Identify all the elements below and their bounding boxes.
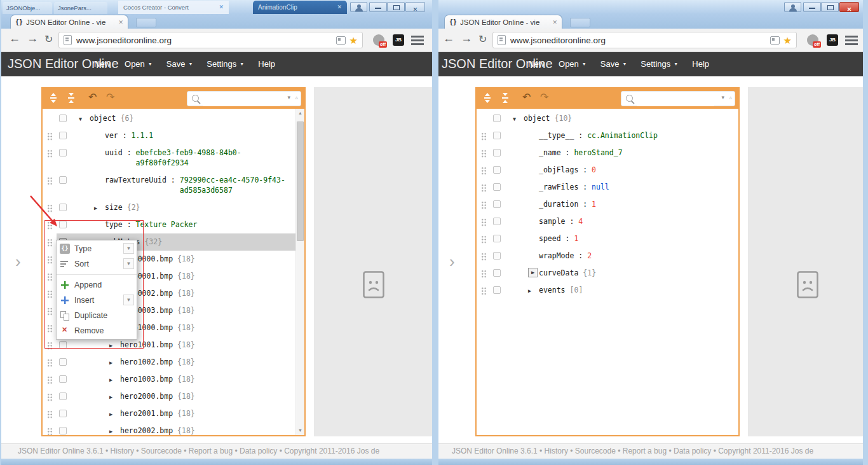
drag-handle-icon[interactable] — [47, 359, 53, 367]
back-button[interactable]: ← — [443, 32, 454, 45]
field-value[interactable]: 1 — [592, 199, 596, 209]
undo-icon[interactable]: ↶ — [88, 91, 100, 102]
field-value[interactable]: 1 — [574, 233, 578, 244]
expand-icon[interactable]: ▶ — [109, 392, 119, 402]
context-menu-item-sort[interactable]: Sort▼ — [57, 256, 137, 272]
submenu-expand-button[interactable]: ▼ — [123, 243, 134, 254]
scrollbar-thumb[interactable] — [297, 121, 304, 241]
bookmark-star-icon[interactable]: ★ — [783, 36, 792, 45]
collapse-icon[interactable]: ▼ — [513, 114, 522, 124]
tree-row-speed[interactable]: speed : 1 — [478, 230, 738, 247]
submenu-expand-button[interactable]: ▼ — [123, 295, 134, 305]
row-action-button[interactable] — [493, 200, 501, 208]
row-action-button[interactable] — [59, 392, 67, 400]
drag-handle-icon[interactable] — [481, 201, 487, 209]
menu-new[interactable]: New — [87, 52, 118, 76]
drag-handle-icon[interactable] — [47, 256, 53, 264]
drag-handle-icon[interactable] — [481, 167, 487, 175]
search-next-icon[interactable]: ▾ — [721, 94, 724, 101]
tab-close-icon[interactable]: ✕ — [118, 19, 123, 25]
profile-button[interactable] — [350, 2, 367, 12]
redo-icon[interactable]: ↷ — [106, 91, 118, 102]
row-action-button[interactable] — [493, 252, 501, 260]
url-text[interactable]: www.jsoneditoronline.org — [76, 36, 333, 45]
search-box[interactable]: ▾ ▵ — [621, 91, 735, 106]
extension-off-icon[interactable]: off — [373, 34, 384, 46]
collapse-icon[interactable]: ▼ — [79, 114, 88, 124]
row-action-button[interactable] — [59, 375, 67, 383]
row-action-button[interactable] — [493, 183, 501, 191]
tree-row-_name[interactable]: _name : heroStand_7 — [478, 144, 738, 162]
field-name[interactable]: _duration — [539, 199, 578, 209]
window-titlebar[interactable]: JSONObje... JsonePars... ✕Cocos Creator … — [0, 0, 434, 14]
expand-icon[interactable]: ▶ — [109, 357, 119, 368]
drag-handle-icon[interactable] — [481, 132, 487, 141]
new-tab-button[interactable] — [136, 18, 156, 27]
context-menu-item-duplicate[interactable]: Duplicate — [57, 308, 137, 323]
drag-handle-icon[interactable] — [481, 184, 487, 192]
row-action-button[interactable] — [59, 115, 67, 122]
row-action-button[interactable] — [493, 149, 501, 156]
context-menu-item-type[interactable]: Type▼ — [57, 241, 137, 256]
field-name[interactable]: hero1003.bmp — [120, 374, 173, 384]
search-input[interactable] — [637, 92, 714, 106]
tree-row-events[interactable]: ▶events[0] — [478, 282, 738, 299]
context-menu-item-insert[interactable]: Insert▼ — [57, 293, 137, 308]
field-name[interactable]: hero1001.bmp — [120, 340, 173, 350]
drag-handle-icon[interactable] — [481, 253, 487, 261]
tree-row-hero2001.bmp[interactable]: ▶hero2001.bmp{18} — [44, 405, 295, 422]
field-name[interactable]: wrapMode — [539, 251, 574, 261]
drag-handle-icon[interactable] — [47, 290, 53, 298]
tree-row-object[interactable]: ▼object{10} — [478, 110, 738, 127]
tree-row-hero2002.bmp[interactable]: ▶hero2002.bmp{18} — [44, 422, 295, 435]
row-action-button[interactable] — [59, 427, 67, 434]
minimize-button[interactable] — [369, 2, 387, 12]
expand-all-icon[interactable] — [48, 93, 60, 104]
drag-handle-icon[interactable] — [47, 177, 53, 185]
drag-handle-icon[interactable] — [47, 324, 53, 333]
redo-icon[interactable]: ↷ — [540, 91, 552, 102]
reload-button[interactable]: ↻ — [478, 33, 487, 45]
drag-handle-icon[interactable] — [47, 393, 53, 401]
menu-help[interactable]: Help — [685, 52, 716, 76]
search-next-icon[interactable]: ▾ — [287, 94, 290, 101]
tree-row-ver[interactable]: ver : 1.1.1 — [44, 127, 295, 144]
drag-handle-icon[interactable] — [47, 149, 53, 158]
submenu-expand-button[interactable]: ▼ — [123, 258, 134, 269]
address-bar[interactable]: www.jsoneditoronline.org ★ — [58, 32, 363, 48]
row-action-button[interactable] — [59, 176, 67, 184]
page-footer[interactable]: JSON Editor Online 3.6.1 • History • Sou… — [434, 443, 868, 459]
tree-row-uuid[interactable]: uuid : ebefcbe3-feb9-4988-84b0-a9f80f0f2… — [44, 144, 295, 172]
row-action-button[interactable] — [59, 358, 67, 366]
search-prev-icon[interactable]: ▵ — [295, 94, 298, 101]
undo-icon[interactable]: ↶ — [522, 91, 534, 102]
drag-handle-icon[interactable] — [47, 376, 53, 384]
page-action-icon[interactable] — [336, 36, 346, 45]
row-action-button[interactable] — [493, 166, 501, 174]
tree-row-curveData[interactable]: ▶curveData{1} — [478, 265, 738, 282]
search-box[interactable]: ▾ ▵ — [187, 91, 301, 106]
field-value[interactable]: 4 — [578, 216, 583, 226]
field-value[interactable]: 1.1.1 — [132, 130, 154, 141]
field-name[interactable]: object — [524, 113, 550, 123]
field-value[interactable]: 0 — [592, 165, 596, 175]
menu-settings[interactable]: Settings▼ — [200, 52, 251, 76]
tree-row-hero2000.bmp[interactable]: ▶hero2000.bmp{18} — [44, 388, 295, 405]
tree-row-hero1003.bmp[interactable]: ▶hero1003.bmp{18} — [44, 371, 295, 388]
minimize-button[interactable] — [803, 2, 821, 12]
field-value[interactable]: Texture Packer — [135, 219, 197, 230]
context-menu-item-remove[interactable]: Remove — [57, 323, 137, 338]
field-value[interactable]: ebefcbe3-feb9-4988-84b0-a9f80f0f2934 — [135, 148, 290, 168]
reload-button[interactable]: ↻ — [44, 33, 53, 45]
field-name[interactable]: hero1002.bmp — [120, 357, 173, 367]
row-action-button[interactable] — [59, 410, 67, 417]
drag-handle-icon[interactable] — [47, 273, 53, 281]
row-action-button[interactable] — [493, 218, 501, 225]
address-bar[interactable]: www.jsoneditoronline.org ★ — [492, 32, 797, 48]
tree-row-_rawFiles[interactable]: _rawFiles : null — [478, 179, 738, 196]
drag-handle-icon[interactable] — [481, 149, 487, 158]
drag-handle-icon[interactable] — [481, 218, 487, 226]
row-action-button[interactable] — [493, 269, 501, 277]
menu-hamburger-icon[interactable] — [411, 36, 424, 45]
row-action-button[interactable] — [59, 221, 67, 228]
